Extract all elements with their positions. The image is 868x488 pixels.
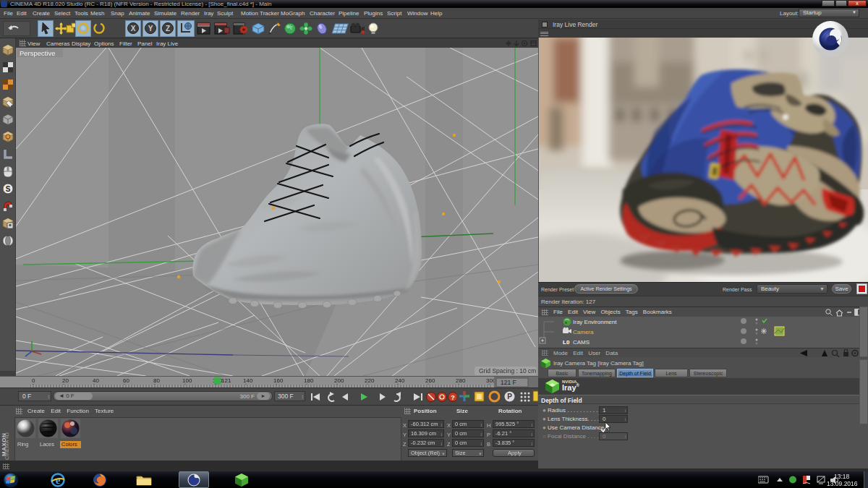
- svg-text:Laces: Laces: [40, 441, 54, 448]
- svg-text:Iray Environment: Iray Environment: [573, 319, 617, 325]
- svg-text:e: e: [56, 474, 61, 486]
- svg-text:S: S: [6, 185, 11, 193]
- svg-text:X: X: [131, 25, 136, 33]
- svg-text:Y: Y: [148, 25, 153, 33]
- svg-text:121: 121: [221, 377, 231, 384]
- svg-text:280: 280: [456, 377, 466, 384]
- svg-text:80: 80: [153, 377, 160, 384]
- svg-text:0: 0: [32, 377, 35, 384]
- svg-text:20: 20: [62, 377, 69, 384]
- svg-text:160: 160: [273, 377, 284, 384]
- svg-text:121 F: 121 F: [501, 379, 516, 386]
- svg-text:140: 140: [243, 377, 253, 384]
- svg-text:180: 180: [304, 377, 314, 384]
- svg-text:40: 40: [93, 377, 99, 384]
- svg-text:Perspective: Perspective: [20, 49, 56, 57]
- svg-text:L0: L0: [563, 339, 570, 346]
- svg-text:240: 240: [395, 377, 405, 384]
- svg-text:200: 200: [334, 377, 344, 384]
- svg-text:?: ?: [451, 394, 455, 401]
- svg-text:60: 60: [123, 377, 129, 384]
- svg-text:100: 100: [182, 377, 192, 384]
- svg-text:Ring: Ring: [17, 441, 28, 448]
- svg-text:Z: Z: [166, 25, 170, 33]
- svg-text:220: 220: [365, 377, 375, 384]
- svg-text:Colors: Colors: [61, 441, 77, 448]
- svg-text:Camera: Camera: [573, 329, 594, 335]
- svg-text:260: 260: [425, 377, 435, 384]
- svg-text:Grid Spacing : 10 cm: Grid Spacing : 10 cm: [479, 367, 536, 374]
- svg-text:CAMS: CAMS: [573, 339, 590, 346]
- svg-text:P: P: [507, 393, 512, 401]
